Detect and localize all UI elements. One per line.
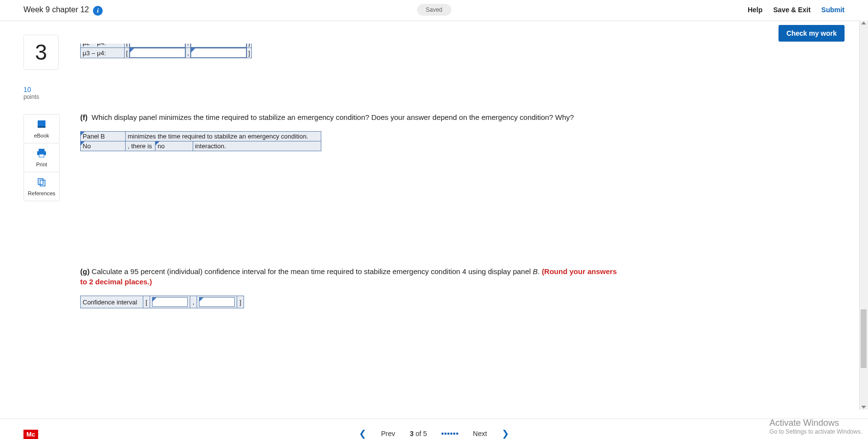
points-label: points xyxy=(23,93,67,100)
there-is-text: , there is xyxy=(126,141,156,151)
resources-grid-icon[interactable] xyxy=(442,433,458,435)
nav-position: 3 of 5 xyxy=(410,430,427,438)
bracket-open: [ xyxy=(143,296,150,308)
info-icon[interactable]: i xyxy=(93,6,103,16)
scroll-down-icon[interactable] xyxy=(861,406,866,409)
part-g-label: (g) xyxy=(80,267,89,276)
printer-icon xyxy=(36,148,47,158)
save-exit-link[interactable]: Save & Exit xyxy=(773,6,810,14)
activate-subtitle: Go to Settings to activate Windows. xyxy=(770,428,862,435)
comma: , xyxy=(186,48,191,58)
depends-select[interactable]: No xyxy=(81,141,126,151)
references-label: References xyxy=(28,190,55,196)
submit-link[interactable]: Submit xyxy=(822,6,845,14)
print-label: Print xyxy=(36,162,47,167)
activate-title: Activate Windows xyxy=(770,418,862,428)
interaction-tail: interaction. xyxy=(193,141,321,151)
svg-rect-2 xyxy=(39,149,45,151)
part-f-answer-table: Panel B minimizes the time required to s… xyxy=(80,131,321,151)
ci-table: Confidence interval [ , ] xyxy=(80,296,244,308)
assignment-title: Week 9 chapter 12 xyxy=(23,5,89,14)
help-link[interactable]: Help xyxy=(748,6,762,14)
top-bar-actions: Help Save & Exit Submit xyxy=(748,6,845,14)
part-f-label: (f) xyxy=(80,113,88,121)
bracket-close: ] xyxy=(247,48,252,58)
next-label[interactable]: Next xyxy=(473,430,487,438)
left-column: 3 10 points eBook Print References xyxy=(23,44,67,409)
bracket-close: ] xyxy=(247,44,252,48)
mu3-mu4-input-low[interactable] xyxy=(130,48,186,58)
question-content: μ2 – μ4: [ , ] μ3 – μ4: [ , ] (f) Which … xyxy=(67,44,845,409)
mu3-mu4-input-high[interactable] xyxy=(191,48,247,58)
ebook-button[interactable]: eBook xyxy=(23,114,60,143)
prev-label[interactable]: Prev xyxy=(381,430,395,438)
bracket-open: [ xyxy=(125,44,130,48)
mu2-mu4-label: μ2 – μ4: xyxy=(81,44,125,48)
ci-input-high[interactable] xyxy=(197,296,237,308)
ci-label: Confidence interval xyxy=(81,296,143,308)
mu3-mu4-label: μ3 – μ4: xyxy=(81,48,125,58)
svg-rect-5 xyxy=(38,179,43,185)
ci-input-low[interactable] xyxy=(150,296,190,308)
next-arrow-icon[interactable]: ❯ xyxy=(502,429,509,438)
book-icon xyxy=(36,119,47,129)
svg-rect-6 xyxy=(40,180,45,186)
bracket-open: [ xyxy=(125,48,130,58)
mu-diff-table: μ2 – μ4: [ , ] μ3 – μ4: [ , ] xyxy=(80,44,252,58)
panel-select[interactable]: Panel B xyxy=(81,132,126,141)
bottom-nav: ❮ Prev 3 of 5 Next ❯ xyxy=(0,418,868,439)
scroll-up-icon[interactable] xyxy=(861,22,866,24)
svg-rect-4 xyxy=(39,154,44,157)
comma: , xyxy=(190,296,197,308)
ebook-label: eBook xyxy=(34,133,49,139)
part-g-text: (g) Calculate a 95 percent (individual) … xyxy=(80,266,618,287)
windows-activation-overlay: Activate Windows Go to Settings to activ… xyxy=(770,418,862,435)
vertical-scrollbar[interactable] xyxy=(859,21,868,410)
references-button[interactable]: References xyxy=(23,172,60,201)
prev-arrow-icon[interactable]: ❮ xyxy=(359,429,366,438)
mu2-mu4-input-low[interactable] xyxy=(130,44,186,48)
svg-rect-0 xyxy=(38,120,45,127)
points-block: 10 points xyxy=(23,86,67,100)
save-status-pill: Saved xyxy=(417,4,451,16)
mu2-mu4-input-high[interactable] xyxy=(191,44,247,48)
part-f-text: (f) Which display panel minimizes the ti… xyxy=(80,112,594,122)
top-bar: Week 9 chapter 12 i Saved Help Save & Ex… xyxy=(0,0,868,21)
mcgraw-logo: Mc xyxy=(23,430,38,439)
check-my-work-button[interactable]: Check my work xyxy=(779,25,845,42)
minimizes-text: minimizes the time required to stabilize… xyxy=(126,132,321,141)
sub-toolbar: Check my work xyxy=(0,21,868,44)
interaction-select[interactable]: no xyxy=(156,141,193,151)
svg-rect-1 xyxy=(38,126,45,128)
scroll-thumb[interactable] xyxy=(861,309,867,368)
part-g-body: Calculate a 95 percent (individual) conf… xyxy=(91,267,533,276)
question-number-box: 3 xyxy=(23,35,59,70)
part-f-body: Which display panel minimizes the time r… xyxy=(91,113,574,121)
points-value: 10 xyxy=(23,86,67,93)
print-button[interactable]: Print xyxy=(23,143,60,172)
copy-icon xyxy=(36,177,47,187)
bracket-close: ] xyxy=(237,296,244,308)
panel-b-italic: B xyxy=(533,267,538,276)
comma: , xyxy=(186,44,191,48)
